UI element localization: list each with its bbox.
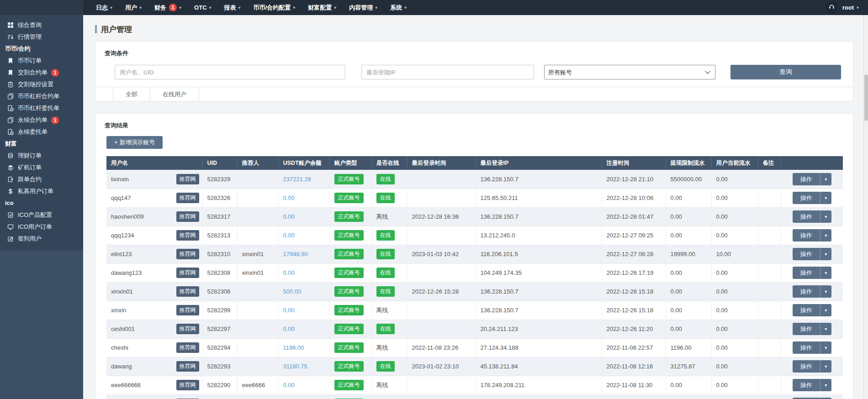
action-dropdown-toggle[interactable]: ▾ [820,173,831,185]
action-button[interactable]: 操作 [793,360,820,373]
nav-item[interactable]: 内容管理▾ [343,0,384,15]
action-split-button[interactable]: 操作▾ [793,285,831,298]
sidebar-item[interactable]: 理财订单 [0,150,83,162]
balance-link[interactable]: 17948.90 [283,251,308,257]
action-dropdown-toggle[interactable]: ▾ [820,248,831,260]
username-label[interactable]: root [842,4,854,11]
scrollbar-thumb[interactable] [864,74,868,121]
action-split-button[interactable]: 操作▾ [793,229,831,242]
last-login-time-cell: 2022-11-08 14:45 [407,394,476,399]
nav-item[interactable]: 用户▾ [119,0,148,15]
action-split-button[interactable]: 操作▾ [793,173,831,185]
balance-link[interactable]: 237221.26 [283,176,311,183]
sidebar-item[interactable]: ICO用户订单 [0,221,83,233]
action-dropdown-toggle[interactable]: ▾ [820,360,831,373]
balance-link[interactable]: 1196.00 [283,344,304,351]
balance-link[interactable]: 0.00 [283,326,295,332]
account-type-cell: 正式账号 [329,357,371,376]
online-badge: 在线 [376,324,395,334]
action-button[interactable]: 操作 [793,285,820,298]
sidebar-item[interactable]: 矿机订单 [0,162,83,173]
balance-cell: 500.00 [278,282,329,301]
action-split-button[interactable]: 操作▾ [793,323,831,335]
sidebar-item[interactable]: $私募用户订单 [0,185,83,197]
action-button[interactable]: 操作 [793,304,820,316]
layers-icon [7,164,14,171]
nav-item[interactable]: 日志▾ [90,0,119,15]
sidebar-item[interactable]: ICO产品配置 [0,209,83,221]
sidebar-item[interactable]: 交割合约单1 [0,67,83,79]
nav-item[interactable]: 币币/合约配置▾ [247,0,302,15]
action-dropdown-toggle[interactable]: ▾ [820,341,831,354]
action-button[interactable]: 操作 [793,210,820,223]
search-button[interactable]: 查询 [730,65,841,79]
username-text: cheshi [111,344,128,351]
add-demo-account-button[interactable]: + 新增演示账号 [106,136,163,149]
action-dropdown-toggle[interactable]: ▾ [820,210,831,223]
balance-link[interactable]: 500.00 [283,288,302,295]
action-button[interactable]: 操作 [793,323,820,335]
action-button[interactable]: 操作 [793,229,820,242]
balance-link[interactable]: 0.00 [283,232,295,239]
balance-link[interactable]: 0.00 [283,307,295,314]
username-cell: cheshi推荐网 [106,338,202,357]
action-split-button[interactable]: 操作▾ [793,210,831,223]
sidebar-item[interactable]: 币币杠杆委托单 [0,102,83,114]
action-dropdown-toggle[interactable]: ▾ [820,267,831,279]
nav-item[interactable]: OTC▾ [188,0,217,15]
username-uid-input[interactable] [115,65,345,79]
sidebar-item[interactable]: 跟单合约 [0,173,83,185]
nav-item[interactable]: 报表▾ [218,0,247,15]
sidebar-item[interactable]: 永续合约单1 [0,114,83,126]
action-dropdown-toggle[interactable]: ▾ [820,285,831,298]
sidebar-item[interactable]: 签到用户 [0,233,83,245]
online-status-cell: 离线 [371,376,407,394]
action-split-button[interactable]: 操作▾ [793,360,831,373]
action-button[interactable]: 操作 [793,248,820,260]
withdraw-limit-cell: 0.00 [666,226,711,245]
action-button[interactable]: 操作 [793,173,820,185]
nav-item[interactable]: 财富配置▾ [302,0,343,15]
tab-online-users[interactable]: 在线用户 [150,87,199,101]
action-split-button[interactable]: 操作▾ [793,192,831,204]
action-split-button[interactable]: 操作▾ [793,304,831,316]
balance-link[interactable]: 0.00 [283,213,295,220]
action-button[interactable]: 操作 [793,267,820,279]
account-type-select[interactable]: 所有账号 [544,65,715,79]
balance-link[interactable]: 0.00 [283,194,295,201]
action-button[interactable]: 操作 [793,341,820,354]
nav-item[interactable]: 财务1▾ [148,0,188,15]
sidebar-item[interactable]: 综合查询 [0,19,83,31]
action-dropdown-toggle[interactable]: ▾ [820,379,831,391]
table-row: qqq147推荐网52823260.00正式账号在线125.65.50.2112… [106,189,843,207]
action-button[interactable]: 操作 [793,379,820,391]
action-dropdown-toggle[interactable]: ▾ [820,304,831,316]
last-login-time-cell [407,226,476,245]
tab-all[interactable]: 全部 [113,87,150,101]
action-split-button[interactable]: 操作▾ [793,267,831,279]
action-dropdown-toggle[interactable]: ▾ [820,323,831,335]
remark-cell [758,282,781,301]
sidebar-item[interactable]: 永续委托单 [0,126,83,138]
withdraw-limit-cell: 5500000.00 [666,170,711,189]
action-split-button[interactable]: 操作▾ [793,341,831,354]
action-dropdown-toggle[interactable]: ▾ [820,229,831,242]
sidebar-item[interactable]: 行情管理 [0,31,83,43]
action-button[interactable]: 操作 [793,192,820,204]
remark-cell [758,263,781,282]
balance-link[interactable]: 0.00 [283,269,295,276]
balance-link[interactable]: 31180.75 [283,363,307,370]
withdraw-limit-cell: 0.00 [666,320,711,338]
sidebar-item[interactable]: 币币订单 [0,55,83,67]
sidebar-item[interactable]: 币币杠杆合约单 [0,90,83,102]
user-avatar[interactable] [826,1,838,14]
last-login-ip-cell: 27.124.34.188 [476,338,602,357]
nav-item[interactable]: 系统▾ [384,0,413,15]
last-login-ip-input[interactable] [361,65,534,79]
action-dropdown-toggle[interactable]: ▾ [820,192,831,204]
balance-link[interactable]: 0.00 [283,382,295,388]
scrollbar-track[interactable] [863,15,868,399]
sidebar-item[interactable]: 交割场控设置 [0,79,83,90]
action-split-button[interactable]: 操作▾ [793,248,831,260]
action-split-button[interactable]: 操作▾ [793,379,831,391]
